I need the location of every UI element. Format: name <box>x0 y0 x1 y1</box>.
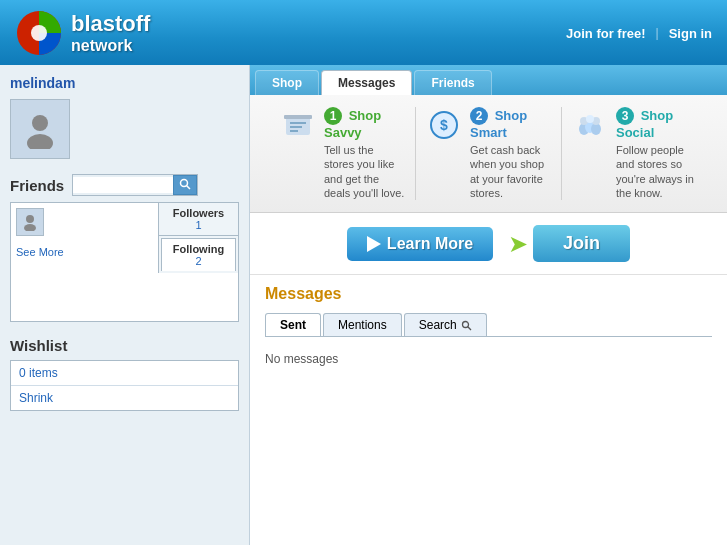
friends-search-input[interactable] <box>73 177 173 193</box>
promo-text-1: 1 Shop Savvy Tell us the stores you like… <box>324 107 405 200</box>
shrink-button[interactable]: Shrink <box>11 386 238 410</box>
friend-avatar <box>16 208 44 236</box>
messages-title: Messages <box>265 285 712 303</box>
promo-desc-2: Get cash back when you shop at your favo… <box>470 143 551 200</box>
svg-point-22 <box>462 321 468 327</box>
promo-col-3: 3 Shop Social Follow people and stores s… <box>562 107 707 200</box>
join-link[interactable]: Join for free! <box>566 25 645 40</box>
followers-count: 1 <box>165 219 232 231</box>
shop-savvy-icon <box>280 107 316 143</box>
followers-label: Followers <box>165 207 232 219</box>
friends-list-inner: Followers 1 Following 2 <box>11 203 238 241</box>
main-layout: melindam Friends <box>0 65 727 545</box>
promo-text-3: 3 Shop Social Follow people and stores s… <box>616 107 697 200</box>
username: melindam <box>10 75 239 91</box>
svg-point-3 <box>27 134 53 149</box>
play-icon <box>367 236 381 252</box>
promo-icon-3 <box>572 107 608 143</box>
promo-desc-1: Tell us the stores you like and get the … <box>324 143 405 200</box>
tabs-bar: Shop Messages Friends <box>250 65 727 95</box>
friends-search-button[interactable] <box>173 175 197 195</box>
promo-col-1: 1 Shop Savvy Tell us the stores you like… <box>270 107 416 200</box>
following-count: 2 <box>168 255 229 267</box>
shop-social-icon <box>572 107 608 143</box>
friends-list-box: Followers 1 Following 2 See More <box>10 202 239 322</box>
svg-text:$: $ <box>440 117 448 133</box>
messages-tabs: Sent Mentions Search <box>265 313 712 337</box>
header: blastoff network Join for free! | Sign i… <box>0 0 727 65</box>
svg-rect-9 <box>284 115 312 119</box>
svg-point-2 <box>32 115 48 131</box>
step-num-2: 2 <box>470 107 488 125</box>
cta-row: Learn More ➤ Join <box>250 213 727 275</box>
following-section[interactable]: Following 2 <box>161 238 236 271</box>
promo-title-3: 3 Shop Social <box>616 107 697 140</box>
svg-point-4 <box>181 180 188 187</box>
svg-point-6 <box>26 215 34 223</box>
following-label: Following <box>168 243 229 255</box>
no-messages: No messages <box>265 347 712 371</box>
learn-more-button[interactable]: Learn More <box>347 227 493 261</box>
promo-desc-3: Follow people and stores so you're alway… <box>616 143 697 200</box>
svg-point-1 <box>31 25 47 41</box>
wishlist-box: 0 items Shrink <box>10 360 239 411</box>
tab-friends[interactable]: Friends <box>414 70 491 95</box>
wishlist-label: Wishlist <box>10 337 239 354</box>
friends-section: Friends <box>10 174 239 322</box>
wishlist-items: 0 items <box>11 361 238 386</box>
sidebar: melindam Friends <box>0 65 250 545</box>
arrow-icon: ➤ <box>508 230 528 258</box>
logo-text: blastoff network <box>71 11 150 55</box>
promo-icon-2: $ <box>426 107 462 143</box>
svg-rect-8 <box>286 117 310 135</box>
msg-tab-mentions[interactable]: Mentions <box>323 313 402 336</box>
avatar-icon <box>20 109 60 149</box>
step-num-1: 1 <box>324 107 342 125</box>
svg-point-21 <box>586 115 594 123</box>
msg-tab-sent[interactable]: Sent <box>265 313 321 336</box>
promo-icon-1 <box>280 107 316 143</box>
tab-shop[interactable]: Shop <box>255 70 319 95</box>
followers-section[interactable]: Followers 1 <box>159 203 238 236</box>
join-button[interactable]: Join <box>533 225 630 262</box>
logo-area: blastoff network <box>15 9 150 57</box>
avatar <box>10 99 70 159</box>
friends-label: Friends <box>10 177 64 194</box>
friend-avatar-icon <box>21 213 39 231</box>
promo-columns: 1 Shop Savvy Tell us the stores you like… <box>270 107 707 200</box>
messages-section: Messages Sent Mentions Search No message… <box>250 275 727 545</box>
friends-header: Friends <box>10 174 239 196</box>
promo-title-1: 1 Shop Savvy <box>324 107 405 140</box>
msg-tab-search[interactable]: Search <box>404 313 487 336</box>
promo-text-2: 2 Shop Smart Get cash back when you shop… <box>470 107 551 200</box>
svg-line-5 <box>187 186 191 190</box>
logo-icon <box>15 9 63 57</box>
promo-banner: 1 Shop Savvy Tell us the stores you like… <box>250 95 727 213</box>
promo-title-2: 2 Shop Smart <box>470 107 551 140</box>
msg-search-icon <box>461 320 472 331</box>
content-area: Shop Messages Friends <box>250 65 727 545</box>
promo-col-2: $ 2 Shop Smart Get cash back when you sh… <box>416 107 562 200</box>
step-num-3: 3 <box>616 107 634 125</box>
search-icon <box>179 178 191 190</box>
svg-point-7 <box>24 224 36 231</box>
wishlist-section: Wishlist 0 items Shrink <box>10 337 239 411</box>
shop-smart-icon: $ <box>426 107 462 143</box>
tab-messages[interactable]: Messages <box>321 70 412 95</box>
signin-link[interactable]: Sign in <box>669 25 712 40</box>
svg-line-23 <box>468 326 471 329</box>
followers-following-panel: Followers 1 Following 2 <box>158 203 238 273</box>
header-links: Join for free! | Sign in <box>566 25 712 40</box>
